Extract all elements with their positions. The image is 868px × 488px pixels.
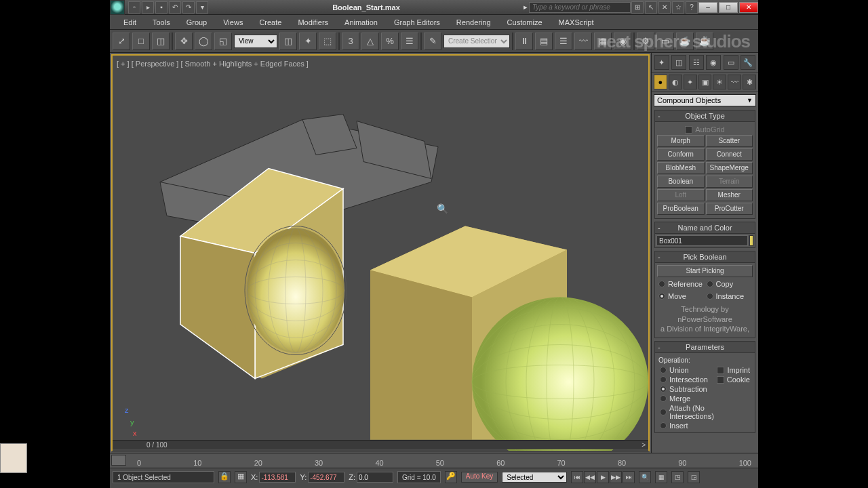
goto-end-icon[interactable]: ⏭: [623, 471, 635, 483]
radio-union[interactable]: [660, 367, 667, 373]
star-icon[interactable]: ☆: [672, 1, 684, 14]
key-icon[interactable]: 🔑: [445, 471, 457, 483]
unlink-icon[interactable]: □: [132, 33, 150, 50]
angle-snap-icon[interactable]: △: [361, 33, 379, 50]
menu-modifiers[interactable]: Modifiers: [290, 18, 336, 26]
motion-tab-icon[interactable]: ◉: [706, 55, 721, 70]
y-input[interactable]: [308, 472, 344, 483]
menu-maxscript[interactable]: MAXScript: [551, 18, 602, 26]
nav-icon-3[interactable]: ◳: [671, 471, 684, 483]
chk-imprint[interactable]: [717, 367, 724, 374]
lock-icon[interactable]: 🔒: [218, 471, 231, 483]
new-icon[interactable]: ▫: [128, 1, 140, 14]
menu-animation[interactable]: Animation: [336, 18, 386, 26]
layer-icon[interactable]: ☰: [555, 33, 572, 50]
x-input[interactable]: [259, 472, 296, 483]
viewport[interactable]: [ + ] [ Perspective ] [ Smooth + Highlig…: [111, 54, 650, 451]
redo-icon[interactable]: ↷: [182, 1, 195, 14]
keyboard-icon[interactable]: ⬚: [319, 33, 336, 50]
prev-frame-icon[interactable]: ◀◀: [584, 471, 596, 483]
btn-scatter[interactable]: Scatter: [706, 135, 753, 147]
btn-connect[interactable]: Connect: [706, 148, 753, 161]
autogrid-checkbox[interactable]: [685, 126, 692, 134]
slider-handle[interactable]: [111, 455, 126, 466]
cameras-icon[interactable]: ▣: [698, 75, 712, 89]
object-type-header[interactable]: Object Type: [685, 112, 725, 120]
menu-views[interactable]: Views: [215, 18, 251, 26]
btn-conform[interactable]: Conform: [657, 148, 705, 161]
maximize-button[interactable]: □: [719, 2, 738, 13]
menu-grapheditors[interactable]: Graph Editors: [386, 18, 448, 26]
app-icon[interactable]: [110, 0, 125, 15]
btn-shapemerge[interactable]: ShapeMerge: [706, 162, 753, 174]
btn-mesher[interactable]: Mesher: [706, 189, 753, 201]
search-input[interactable]: [529, 2, 631, 13]
abs-icon[interactable]: ▦: [235, 471, 247, 483]
menu-tools[interactable]: Tools: [144, 18, 178, 26]
more-icon[interactable]: ▾: [196, 1, 208, 14]
nav-icon-4[interactable]: ◲: [688, 471, 700, 483]
radio-merge[interactable]: [660, 395, 667, 402]
arrow-icon[interactable]: ↖: [645, 1, 657, 14]
radio-insert[interactable]: [660, 422, 667, 429]
color-swatch[interactable]: [749, 235, 753, 246]
btn-morph[interactable]: Morph: [657, 135, 705, 147]
named-sel-select[interactable]: Create Selection Se: [443, 35, 510, 48]
hammer-icon[interactable]: ✕: [658, 1, 671, 14]
curve-icon[interactable]: 〰: [574, 33, 592, 50]
snap-icon[interactable]: 3: [342, 33, 359, 50]
btn-boolean[interactable]: Boolean: [657, 176, 705, 188]
spinner-snap-icon[interactable]: ☰: [401, 33, 418, 50]
undo-icon[interactable]: ↶: [169, 1, 181, 14]
btn-terrain[interactable]: Terrain: [706, 176, 753, 188]
viewport-label[interactable]: [ + ] [ Perspective ] [ Smooth + Highlig…: [117, 60, 309, 68]
manip-icon[interactable]: ✦: [299, 33, 317, 50]
select-link-icon[interactable]: ⤢: [113, 33, 130, 50]
chk-cookie[interactable]: [717, 376, 724, 384]
rotate-icon[interactable]: ◯: [195, 33, 212, 50]
object-name-input[interactable]: [656, 235, 748, 246]
helpers-icon[interactable]: ☀: [713, 75, 726, 89]
nav-icon-2[interactable]: ▦: [655, 471, 667, 483]
named-sel-icon[interactable]: ✎: [424, 33, 441, 50]
shapes-icon[interactable]: ◐: [669, 75, 682, 89]
utilities-tab-icon[interactable]: 🔧: [741, 55, 755, 70]
pick-boolean-header[interactable]: Pick Boolean: [683, 253, 726, 261]
help-icon[interactable]: ⊞: [631, 1, 644, 14]
menu-rendering[interactable]: Rendering: [448, 18, 499, 26]
mirror-icon[interactable]: ⏸: [515, 33, 533, 50]
parameters-header[interactable]: Parameters: [686, 343, 724, 351]
display-tab-icon[interactable]: ▭: [724, 55, 738, 70]
save-icon[interactable]: ▪: [155, 1, 167, 14]
spacewarps-icon[interactable]: 〰: [728, 75, 741, 89]
refcoord-select[interactable]: View: [234, 35, 277, 48]
menu-create[interactable]: Create: [251, 18, 290, 26]
btn-start-picking[interactable]: Start Picking: [657, 265, 753, 277]
pivot-icon[interactable]: ◫: [279, 33, 297, 50]
nav-icon-1[interactable]: 🔍: [639, 471, 651, 483]
btn-proboolean[interactable]: ProBoolean: [657, 203, 705, 215]
geometry-icon[interactable]: ●: [654, 75, 667, 89]
name-color-header[interactable]: Name and Color: [677, 224, 732, 232]
align-icon[interactable]: ▤: [535, 33, 553, 50]
scale-icon[interactable]: ◱: [214, 33, 232, 50]
radio-reference[interactable]: [658, 281, 665, 287]
radio-intersection[interactable]: [660, 376, 667, 383]
close-button[interactable]: ✕: [739, 2, 758, 13]
btn-loft[interactable]: Loft: [657, 189, 705, 201]
percent-snap-icon[interactable]: %: [381, 33, 399, 50]
move-icon[interactable]: ✥: [175, 33, 193, 50]
next-frame-icon[interactable]: ▶▶: [610, 471, 622, 483]
autokey-button[interactable]: Auto Key: [461, 472, 498, 483]
lights-icon[interactable]: ✦: [684, 75, 697, 89]
menu-group[interactable]: Group: [178, 18, 216, 26]
open-icon[interactable]: ▸: [142, 1, 154, 14]
radio-attach[interactable]: [660, 409, 667, 415]
radio-move[interactable]: [658, 293, 665, 300]
minimize-button[interactable]: –: [698, 2, 717, 13]
create-tab-icon[interactable]: ✦: [654, 55, 669, 70]
radio-instance[interactable]: [707, 293, 713, 300]
menu-edit[interactable]: Edit: [115, 18, 144, 26]
time-slider[interactable]: 0102030405060708090100: [110, 453, 758, 468]
btn-blobmesh[interactable]: BlobMesh: [657, 162, 705, 174]
